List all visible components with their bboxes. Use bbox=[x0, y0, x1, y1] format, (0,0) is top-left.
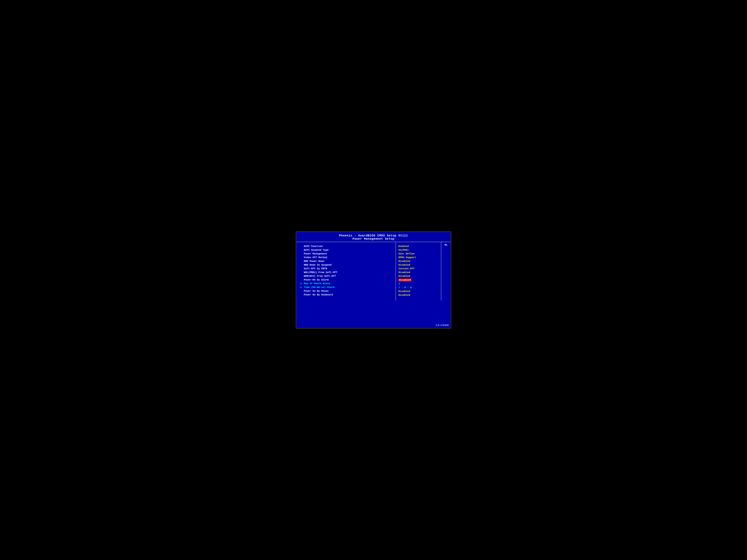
menu-label: WOL(PME#) From Soft-Off bbox=[304, 271, 337, 274]
menu-value: Disabled bbox=[398, 260, 410, 263]
bios-header: Phoenix - AwardBIOS CMOS Setup Utili Pow… bbox=[297, 232, 450, 242]
menu-value-row: Disabled bbox=[398, 278, 438, 282]
menu-value: DPMS Support bbox=[398, 256, 416, 259]
menu-row: HDD Down In Suspend bbox=[300, 264, 393, 266]
menu-value-row: 7 : 0 : 0 bbox=[398, 286, 438, 289]
menu-label: Soft-Off by PBTN bbox=[304, 267, 327, 270]
bios-title: Phoenix - AwardBIOS CMOS Setup Utili bbox=[297, 234, 450, 237]
bios-screen: Phoenix - AwardBIOS CMOS Setup Utili Pow… bbox=[296, 231, 451, 329]
menu-row: WOL(PME#) From Soft-Off bbox=[300, 271, 393, 274]
menu-value-row: Instant-Off bbox=[398, 267, 438, 270]
menu-value-row: Disabled bbox=[398, 264, 438, 266]
menu-label: Power On By Keyboard bbox=[304, 293, 333, 296]
left-panel: ACPI functionACPI Suspend TypePower Mana… bbox=[297, 242, 395, 300]
watermark: 头条 @帅锅锅 bbox=[435, 324, 449, 327]
menu-value: Disabled bbox=[398, 290, 410, 293]
menu-value: Disabled bbox=[398, 271, 410, 274]
menu-value-row: DPMS Support bbox=[398, 256, 438, 259]
right-panel: EnabledS1(POS)User DefineDPMS SupportDis… bbox=[395, 242, 441, 300]
menu-label: Power On By Mouse bbox=[304, 290, 329, 292]
menu-value-row: User Define bbox=[398, 252, 438, 255]
menu-row: Power On By Mouse bbox=[300, 290, 393, 292]
menu-row: Power Management bbox=[300, 252, 393, 255]
main-area: ACPI functionACPI Suspend TypePower Mana… bbox=[297, 242, 450, 300]
menu-label: Power-On by Alarm bbox=[304, 278, 329, 281]
menu-value: Disabled bbox=[398, 294, 410, 296]
side-panel: Me bbox=[441, 242, 450, 300]
bios-subtitle: Power Management Setup bbox=[297, 237, 450, 240]
menu-value-row: 2 bbox=[398, 283, 438, 285]
menu-value: Instant-Off bbox=[398, 267, 414, 270]
menu-row: xTime (hh:mm:ss) Alarm bbox=[300, 286, 393, 289]
menu-prefix: x bbox=[300, 282, 303, 285]
menu-row: ACPI function bbox=[300, 245, 393, 248]
menu-value: 2 bbox=[398, 283, 400, 285]
menu-label: HDD Down In Suspend bbox=[304, 264, 332, 266]
menu-value: 7 : 0 : 0 bbox=[398, 286, 412, 289]
menu-row: HDD Power Down bbox=[300, 260, 393, 263]
menu-row: Video Off Method bbox=[300, 256, 393, 259]
menu-value-row: Enabled bbox=[398, 245, 438, 248]
menu-label: Time (hh:mm:ss) Alarm bbox=[304, 286, 334, 289]
menu-value-row: Disabled bbox=[398, 271, 438, 274]
menu-value: Disabled bbox=[398, 275, 410, 277]
menu-label: ACPI function bbox=[304, 245, 323, 248]
menu-value-row: Disabled bbox=[398, 275, 438, 277]
menu-value: S1(POS) bbox=[398, 249, 409, 251]
menu-value-row: S1(POS) bbox=[398, 249, 438, 251]
menu-row: Soft-Off by PBTN bbox=[300, 267, 393, 270]
menu-value: User Define bbox=[398, 252, 414, 255]
menu-row: Power-On by Alarm bbox=[300, 278, 393, 281]
menu-label: Video Off Method bbox=[304, 256, 327, 259]
menu-value: Disabled bbox=[398, 278, 411, 282]
menu-label: WOR(RI#) From Soft-Off bbox=[304, 275, 336, 277]
menu-row: WOR(RI#) From Soft-Off bbox=[300, 275, 393, 277]
menu-label: ACPI Suspend Type bbox=[304, 249, 329, 251]
menu-row: ACPI Suspend Type bbox=[300, 249, 393, 251]
menu-value-row: Disabled bbox=[398, 294, 438, 296]
menu-label: Day of Month Alarm bbox=[304, 282, 330, 285]
menu-row: Power On By Keyboard bbox=[300, 293, 393, 296]
menu-value: Enabled bbox=[398, 245, 409, 248]
menu-prefix: x bbox=[300, 286, 303, 289]
menu-value: Disabled bbox=[398, 264, 410, 266]
side-panel-label: Me bbox=[445, 244, 447, 246]
menu-value-row: Disabled bbox=[398, 260, 438, 263]
menu-label: Power Management bbox=[304, 252, 327, 255]
menu-row: xDay of Month Alarm bbox=[300, 282, 393, 285]
menu-label: HDD Power Down bbox=[304, 260, 324, 263]
menu-value-row: Disabled bbox=[398, 290, 438, 293]
